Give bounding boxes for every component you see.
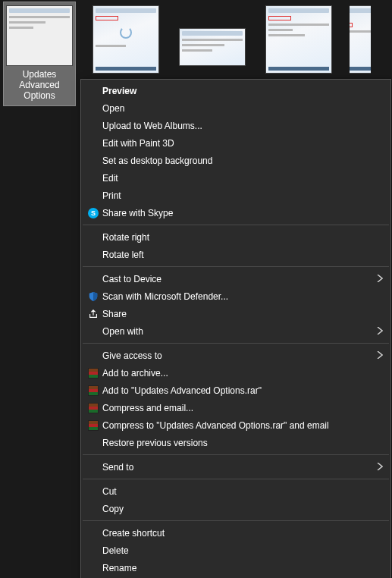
thumbnail-image <box>179 28 246 66</box>
context-menu: Preview Open Upload to Web Albums... Edi… <box>80 79 391 578</box>
empty-icon <box>84 561 102 575</box>
menu-label: Copy <box>102 504 383 514</box>
empty-icon <box>84 325 102 338</box>
menu-label: Cut <box>102 486 383 497</box>
menu-share-skype[interactable]: S Share with Skype <box>81 204 390 221</box>
menu-separator <box>83 225 389 225</box>
chevron-right-icon <box>374 350 383 361</box>
thumbnail-item[interactable] <box>262 2 335 79</box>
empty-icon <box>84 189 102 203</box>
menu-add-to-rar[interactable]: Add to "Updates Advanced Options.rar" <box>81 382 390 399</box>
menu-separator <box>83 454 389 455</box>
thumbnail-image <box>6 5 73 66</box>
menu-restore-previous[interactable]: Restore previous versions <box>81 434 390 451</box>
menu-label: Add to archive... <box>102 368 383 379</box>
thumbnail-item[interactable] <box>176 24 249 71</box>
chevron-right-icon <box>374 462 383 473</box>
menu-copy[interactable]: Copy <box>81 500 390 517</box>
thumbnail-image <box>93 5 159 74</box>
menu-label: Rotate left <box>102 250 383 260</box>
empty-icon <box>84 171 102 185</box>
menu-rotate-right[interactable]: Rotate right <box>81 228 390 246</box>
menu-share[interactable]: Share <box>81 305 390 322</box>
menu-label: Set as desktop background <box>102 155 383 166</box>
menu-rotate-left[interactable]: Rotate left <box>81 246 390 263</box>
menu-label: Open with <box>102 326 374 337</box>
winrar-icon <box>84 401 102 415</box>
thumbnail-item[interactable] <box>89 2 162 79</box>
menu-create-shortcut[interactable]: Create shortcut <box>81 524 390 542</box>
menu-separator <box>83 266 389 267</box>
menu-rename[interactable]: Rename <box>81 559 390 576</box>
menu-send-to[interactable]: Send to <box>81 458 390 476</box>
menu-label: Upload to Web Albums... <box>102 121 383 131</box>
menu-label: Create shortcut <box>102 528 383 539</box>
thumbnail-caption: Updates Advanced Options <box>4 69 75 101</box>
menu-upload-web-albums[interactable]: Upload to Web Albums... <box>81 117 390 134</box>
menu-label: Print <box>102 190 383 201</box>
thumbnail-image <box>349 5 372 74</box>
empty-icon <box>84 137 102 150</box>
menu-label: Rename <box>102 563 383 573</box>
menu-cast-to-device[interactable]: Cast to Device <box>81 270 390 287</box>
menu-edit[interactable]: Edit <box>81 169 390 187</box>
menu-compress-to-rar-email[interactable]: Compress to "Updates Advanced Options.ra… <box>81 416 390 434</box>
menu-set-desktop-bg[interactable]: Set as desktop background <box>81 152 390 169</box>
menu-delete[interactable]: Delete <box>81 542 390 559</box>
menu-label: Compress and email... <box>102 403 383 413</box>
menu-compress-email[interactable]: Compress and email... <box>81 399 390 416</box>
empty-icon <box>84 102 102 115</box>
menu-label: Share with Skype <box>102 208 383 218</box>
thumbnail-item-cropped[interactable] <box>349 2 372 79</box>
empty-icon <box>84 544 102 558</box>
defender-shield-icon <box>84 290 102 303</box>
skype-icon: S <box>84 206 102 220</box>
menu-separator <box>83 479 389 479</box>
empty-icon <box>84 349 102 363</box>
menu-label: Open <box>102 103 383 114</box>
menu-separator <box>83 343 389 344</box>
empty-icon <box>84 119 102 133</box>
menu-label: Give access to <box>102 350 374 361</box>
menu-cut[interactable]: Cut <box>81 482 390 500</box>
empty-icon <box>84 526 102 540</box>
menu-add-to-archive[interactable]: Add to archive... <box>81 364 390 382</box>
menu-open-with[interactable]: Open with <box>81 322 390 340</box>
menu-label: Add to "Updates Advanced Options.rar" <box>102 385 383 396</box>
share-icon <box>84 307 102 321</box>
menu-edit-paint3d[interactable]: Edit with Paint 3D <box>81 134 390 152</box>
thumbnail-selected[interactable]: Updates Advanced Options <box>3 2 76 106</box>
empty-icon <box>84 231 102 244</box>
menu-give-access-to[interactable]: Give access to <box>81 347 390 364</box>
menu-label: Share <box>102 309 383 319</box>
chevron-right-icon <box>374 274 383 284</box>
menu-preview[interactable]: Preview <box>81 82 390 99</box>
menu-label: Rotate right <box>102 232 383 243</box>
empty-icon <box>84 436 102 450</box>
winrar-icon <box>84 419 102 432</box>
menu-label: Edit with Paint 3D <box>102 138 383 149</box>
empty-icon <box>84 460 102 474</box>
empty-icon <box>84 502 102 516</box>
menu-scan-defender[interactable]: Scan with Microsoft Defender... <box>81 287 390 305</box>
chevron-right-icon <box>374 326 383 337</box>
empty-icon <box>84 248 102 262</box>
empty-icon <box>84 84 102 98</box>
winrar-icon <box>84 384 102 397</box>
menu-label: Cast to Device <box>102 274 374 284</box>
winrar-icon <box>84 366 102 380</box>
empty-icon <box>84 154 102 168</box>
menu-label: Scan with Microsoft Defender... <box>102 291 383 302</box>
empty-icon <box>84 272 102 286</box>
menu-label: Restore previous versions <box>102 438 383 448</box>
menu-label: Delete <box>102 545 383 556</box>
thumbnail-image <box>265 5 332 74</box>
menu-label: Compress to "Updates Advanced Options.ra… <box>102 420 383 431</box>
menu-print[interactable]: Print <box>81 187 390 204</box>
menu-label: Send to <box>102 462 374 473</box>
menu-label: Preview <box>102 86 383 96</box>
menu-separator <box>83 520 389 521</box>
empty-icon <box>84 485 102 498</box>
menu-open[interactable]: Open <box>81 99 390 117</box>
menu-label: Edit <box>102 173 383 184</box>
